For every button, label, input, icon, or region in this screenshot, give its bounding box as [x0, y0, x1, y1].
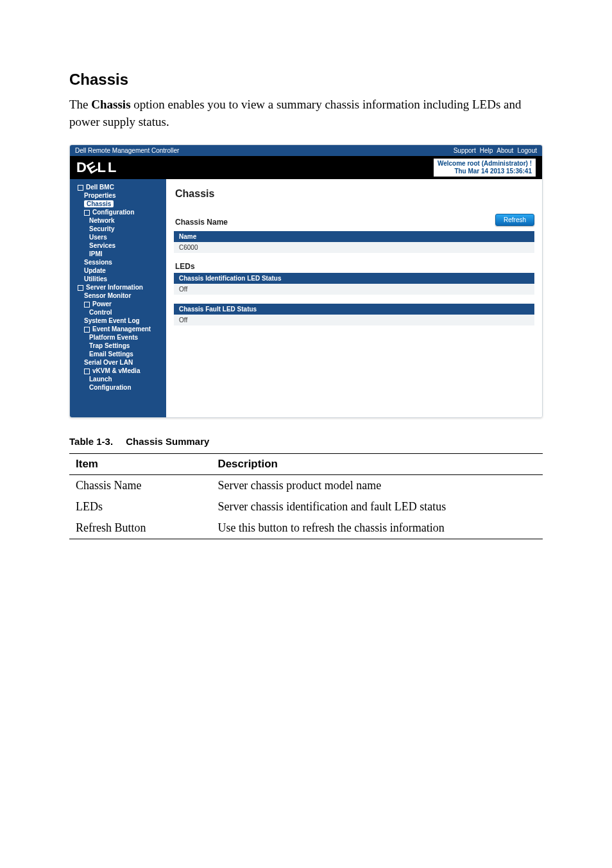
sidebar-item-label: Configuration	[92, 209, 135, 216]
sidebar-item[interactable]: vKVM & vMedia	[70, 367, 166, 375]
table-caption-label: Chassis Summary	[126, 436, 209, 447]
th-item: Item	[69, 454, 211, 475]
sidebar: Dell BMCPropertiesChassisConfigurationNe…	[70, 179, 166, 417]
cell-desc: Use this button to refresh the chassis i…	[211, 517, 543, 539]
led-fault-value: Off	[174, 315, 534, 326]
sidebar-item-label: vKVM & vMedia	[92, 367, 140, 374]
sidebar-item-label: Trap Settings	[89, 342, 130, 349]
sidebar-item[interactable]: Trap Settings	[70, 342, 166, 350]
refresh-button[interactable]: Refresh	[495, 214, 534, 226]
sidebar-item-label: Email Settings	[89, 351, 133, 358]
sidebar-item-label: Update	[84, 267, 106, 274]
table-row: Refresh ButtonUse this button to refresh…	[69, 517, 543, 539]
cell-desc: Server chassis identification and fault …	[211, 496, 543, 517]
sidebar-item[interactable]: Properties	[70, 191, 166, 200]
cell-desc: Server chassis product model name	[211, 475, 543, 497]
sidebar-item-label: Launch	[89, 376, 112, 383]
sidebar-item-label: Properties	[84, 192, 115, 199]
intro-bold: Chassis	[91, 98, 130, 111]
sidebar-item-label: Event Management	[92, 326, 151, 333]
sidebar-item[interactable]: Chassis	[70, 200, 166, 208]
sidebar-item[interactable]: Launch	[70, 375, 166, 383]
sidebar-item-label: Serial Over LAN	[84, 359, 133, 366]
chassis-name-label: Chassis Name	[175, 218, 228, 227]
sidebar-item[interactable]: Users	[70, 233, 166, 241]
sidebar-item[interactable]: Dell BMC	[70, 183, 166, 191]
sidebar-item[interactable]: System Event Log	[70, 317, 166, 325]
sidebar-item[interactable]: Email Settings	[70, 350, 166, 358]
welcome-block: Welcome root (Administrator) ! Thu Mar 1…	[434, 159, 536, 177]
table-caption-num: Table 1-3.	[69, 436, 113, 447]
sidebar-item-label: Sensor Monitor	[84, 292, 131, 299]
table-row: LEDsServer chassis identification and fa…	[69, 496, 543, 517]
sidebar-item[interactable]: Sessions	[70, 258, 166, 266]
sidebar-item-label: Dell BMC	[86, 184, 114, 191]
sidebar-item-label: Sessions	[84, 259, 112, 266]
led-fault-table: Chassis Fault LED Status Off	[174, 304, 534, 326]
sidebar-item[interactable]: Configuration	[70, 383, 166, 392]
sidebar-item[interactable]: Network	[70, 216, 166, 225]
chassis-name-value: C6000	[174, 242, 534, 253]
intro-before: The	[69, 98, 91, 111]
sidebar-item-label: Network	[89, 217, 114, 224]
sidebar-item[interactable]: Power	[70, 300, 166, 308]
sidebar-item[interactable]: Serial Over LAN	[70, 358, 166, 367]
embedded-screenshot: Dell Remote Management Controller Suppor…	[69, 144, 543, 418]
sidebar-list: Dell BMCPropertiesChassisConfigurationNe…	[70, 183, 166, 392]
sidebar-item-label: Services	[89, 242, 115, 249]
sidebar-item-label: System Event Log	[84, 317, 140, 324]
sidebar-item[interactable]: Security	[70, 225, 166, 233]
main-panel: Chassis Chassis Name Refresh Name C6000 …	[166, 179, 542, 417]
chassis-name-table: Name C6000	[174, 231, 534, 253]
panel-heading: Chassis	[175, 188, 534, 200]
chassis-name-header: Name	[174, 231, 534, 242]
cell-item: Chassis Name	[69, 475, 211, 497]
sidebar-item[interactable]: Control	[70, 308, 166, 317]
led-id-value: Off	[174, 284, 534, 295]
sidebar-item[interactable]: Platform Events	[70, 333, 166, 342]
sidebar-item[interactable]: Services	[70, 241, 166, 250]
table-caption: Table 1-3. Chassis Summary	[69, 436, 543, 447]
sidebar-item-label: Utilities	[84, 275, 107, 282]
sidebar-item-label: Chassis	[84, 200, 114, 207]
page-footer: | 11	[0, 603, 612, 868]
sidebar-item[interactable]: Utilities	[70, 275, 166, 283]
sidebar-item[interactable]: Update	[70, 266, 166, 275]
dell-logo: DELL	[76, 159, 118, 176]
section-title: Chassis	[69, 71, 543, 89]
sidebar-item[interactable]: Event Management	[70, 325, 166, 333]
leds-label: LEDs	[175, 262, 534, 271]
sidebar-item-label: Server Information	[86, 284, 143, 291]
sidebar-item-label: Configuration	[89, 384, 132, 391]
led-id-header: Chassis Identification LED Status	[174, 273, 534, 284]
link-logout[interactable]: Logout	[517, 147, 537, 154]
welcome-user: Welcome root (Administrator) !	[438, 160, 532, 168]
summary-table: Item Description Chassis NameServer chas…	[69, 453, 543, 539]
sidebar-item-label: Users	[89, 234, 107, 241]
th-desc: Description	[211, 454, 543, 475]
window-title: Dell Remote Management Controller	[75, 147, 179, 154]
intro-after: option enables you to view a summary cha…	[69, 98, 522, 128]
led-fault-header: Chassis Fault LED Status	[174, 304, 534, 315]
led-id-table: Chassis Identification LED Status Off	[174, 273, 534, 295]
sidebar-item-label: Power	[92, 300, 112, 308]
intro-paragraph: The Chassis option enables you to view a…	[69, 96, 543, 130]
welcome-time: Thu Mar 14 2013 15:36:41	[438, 168, 532, 175]
sidebar-item[interactable]: IPMI	[70, 250, 166, 258]
sidebar-item-label: Control	[89, 309, 112, 316]
sidebar-item-label: Platform Events	[89, 334, 138, 341]
sidebar-item-label: IPMI	[89, 250, 103, 257]
window-titlebar: Dell Remote Management Controller Suppor…	[70, 145, 542, 156]
sidebar-item[interactable]: Sensor Monitor	[70, 291, 166, 300]
sidebar-item-label: Security	[89, 225, 114, 232]
table-row: Chassis NameServer chassis product model…	[69, 475, 543, 497]
cell-item: LEDs	[69, 496, 211, 517]
logo-bar: DELL Welcome root (Administrator) ! Thu …	[70, 156, 542, 179]
link-about[interactable]: About	[497, 147, 513, 154]
sidebar-item[interactable]: Server Information	[70, 283, 166, 291]
link-support[interactable]: Support	[454, 147, 476, 154]
window-title-links: Support Help About Logout	[454, 147, 537, 154]
link-help[interactable]: Help	[480, 147, 493, 154]
cell-item: Refresh Button	[69, 517, 211, 539]
sidebar-item[interactable]: Configuration	[70, 208, 166, 216]
